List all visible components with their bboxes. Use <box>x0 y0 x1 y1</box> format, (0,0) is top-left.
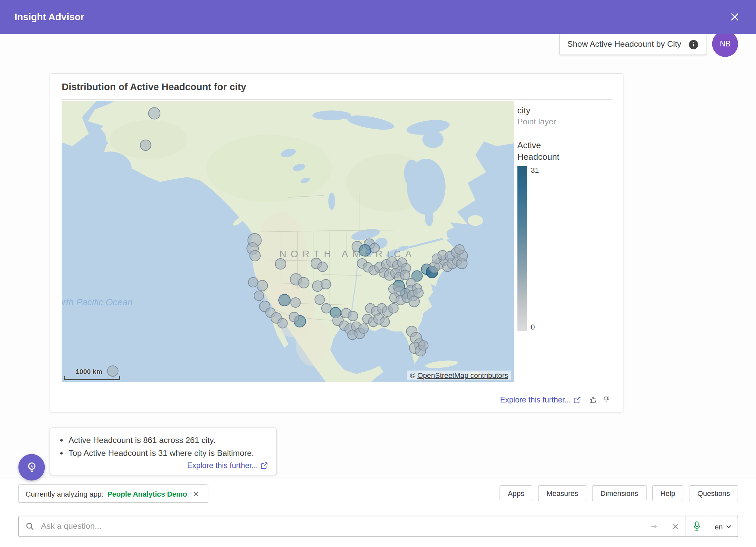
map-bubble[interactable] <box>148 108 160 119</box>
map-bubble[interactable] <box>298 278 309 288</box>
analyzing-app-name: People Analytics Demo <box>107 489 187 498</box>
map-bubble[interactable] <box>370 243 379 252</box>
clear-icon <box>672 523 679 530</box>
search-controls: en <box>643 516 737 536</box>
lightbulb-icon <box>25 461 38 474</box>
chevron-down-icon <box>726 525 731 528</box>
send-arrow-icon <box>650 522 658 530</box>
map-bubble[interactable] <box>275 258 286 269</box>
insight-advisor-fab[interactable] <box>18 454 45 480</box>
map-bubble[interactable] <box>315 295 324 304</box>
map-bubble[interactable] <box>418 341 428 350</box>
insights-card: Active Headcount is 861 across 261 city.… <box>50 427 277 475</box>
map-bubble[interactable] <box>289 312 299 322</box>
map-bubble[interactable] <box>348 330 357 340</box>
questions-button[interactable]: Questions <box>689 485 738 501</box>
attribution-link[interactable]: OpenStreetMap contributors <box>417 371 508 379</box>
legend-layer: Point layer <box>517 117 612 127</box>
language-value: en <box>715 522 723 530</box>
help-button[interactable]: Help <box>652 485 683 501</box>
map-bubble[interactable] <box>359 245 371 256</box>
map-legend: city Point layer Active Headcount 31 0 <box>517 101 612 382</box>
insight-advisor-window: Insight Advisor Show Active Headcount by… <box>0 0 756 547</box>
chart-card-footer: Explore this further... <box>500 394 612 407</box>
map-bubble[interactable] <box>257 281 268 291</box>
chip-close-button[interactable] <box>191 489 201 499</box>
map-bubble[interactable] <box>389 303 398 313</box>
dimensions-button[interactable]: Dimensions <box>592 485 646 501</box>
question-text: Show Active Headcount by City <box>567 39 681 49</box>
map-bubble[interactable] <box>140 140 151 150</box>
apps-button[interactable]: Apps <box>500 485 532 501</box>
close-icon <box>193 490 199 497</box>
map-bubble[interactable] <box>250 250 260 261</box>
title-divider <box>62 99 612 100</box>
map-bubble[interactable] <box>254 291 264 301</box>
map-viz[interactable]: NORTH AMERICA orth Pacific Ocean 1000 km… <box>62 101 514 382</box>
header: Insight Advisor <box>0 0 756 34</box>
map-bubble[interactable] <box>348 311 358 321</box>
language-selector[interactable]: en <box>708 516 738 536</box>
map-bubble[interactable] <box>400 270 410 280</box>
close-icon <box>730 12 739 22</box>
insights-explore-link[interactable]: Explore this further... <box>187 461 268 470</box>
question-bubble: Show Active Headcount by City <box>559 34 706 55</box>
insight-bullets: Active Headcount is 861 across 261 city.… <box>56 434 268 460</box>
avatar: NB <box>712 31 738 57</box>
map-bubble[interactable] <box>380 317 390 327</box>
legend-max: 31 <box>531 166 539 174</box>
measures-button[interactable]: Measures <box>538 485 586 501</box>
ocean-label: orth Pacific Ocean <box>62 297 133 307</box>
legend-dimension: city <box>517 106 612 116</box>
map-bubble[interactable] <box>455 245 464 254</box>
analyzing-app-chip: Currently analyzing app: People Analytic… <box>18 484 208 503</box>
scale-line <box>64 376 120 380</box>
legend-gradient-bar <box>517 166 527 331</box>
page-title: Insight Advisor <box>15 11 84 22</box>
map-bubble[interactable] <box>322 303 331 313</box>
insight-bullet: Top Active Headcount is 31 where city is… <box>69 447 268 460</box>
map-bubble[interactable] <box>279 295 290 306</box>
thumbs-down-icon <box>603 396 609 402</box>
map-scale: 1000 km <box>64 368 120 380</box>
explore-further-link[interactable]: Explore this further... <box>500 396 581 404</box>
map-attribution: © OpenStreetMap contributors <box>407 371 511 380</box>
question-row: Show Active Headcount by City NB <box>559 34 738 57</box>
map-bubble[interactable] <box>409 297 419 307</box>
external-link-icon <box>261 462 267 469</box>
chart-card: Distribution of Active Headcount for cit… <box>50 73 623 412</box>
microphone-button[interactable] <box>686 516 708 536</box>
map-canvas: NORTH AMERICA orth Pacific Ocean <box>62 101 514 382</box>
question-input[interactable] <box>40 521 643 532</box>
clear-button[interactable] <box>665 523 686 530</box>
map-bubble[interactable] <box>359 324 368 334</box>
analyzing-label: Currently analyzing app: <box>26 489 103 498</box>
footer-buttons: Apps Measures Dimensions Help Questions <box>500 485 738 501</box>
external-link-icon <box>574 397 580 403</box>
map-bubble[interactable] <box>291 298 300 307</box>
map-bubble[interactable] <box>248 278 258 287</box>
map-bubble[interactable] <box>278 319 287 328</box>
chart-title: Distribution of Active Headcount for cit… <box>50 74 623 93</box>
close-button[interactable] <box>728 10 742 24</box>
insight-bullet: Active Headcount is 861 across 261 city. <box>69 434 268 447</box>
attribution-copyright: © <box>410 371 415 379</box>
map-bubble[interactable] <box>318 262 327 271</box>
microphone-icon <box>692 521 702 532</box>
thumbs-up-icon <box>589 396 598 404</box>
legend-measure: Active Headcount <box>517 139 570 163</box>
legend-min: 0 <box>531 323 539 331</box>
thumbs-up-button[interactable] <box>587 394 600 407</box>
send-button[interactable] <box>643 522 665 530</box>
map-bubble[interactable] <box>321 280 331 289</box>
scale-label: 1000 km <box>76 368 120 375</box>
footer: Currently analyzing app: People Analytic… <box>0 478 756 547</box>
chart-body: NORTH AMERICA orth Pacific Ocean 1000 km… <box>62 101 612 382</box>
search-icon <box>26 522 34 531</box>
thumbs-down-button[interactable] <box>601 394 611 405</box>
search-bar: en <box>18 516 738 537</box>
info-icon[interactable] <box>689 40 698 49</box>
